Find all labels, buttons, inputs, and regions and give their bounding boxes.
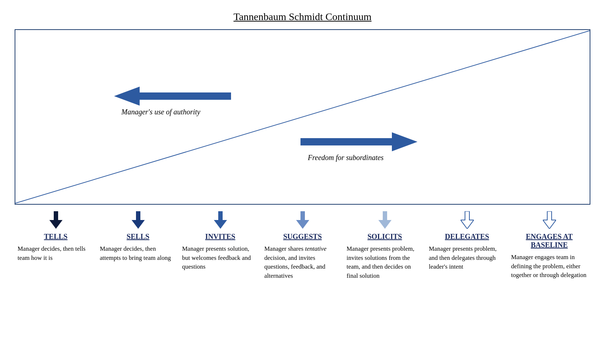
tells-desc: Manager decides, then tells team how it … [18, 244, 94, 262]
col-delegates: DELEGATES Manager presents problem, and … [426, 208, 508, 281]
page-title: Tannenbaum Schmidt Continuum [234, 11, 372, 23]
solicits-desc: Manager presents problem, invites soluti… [347, 244, 423, 281]
columns-section: TELLS Manager decides, then tells team h… [15, 208, 590, 281]
tells-arrow [49, 211, 63, 230]
solicits-arrow [378, 211, 392, 230]
col-solicits: SOLICITS Manager presents problem, invit… [344, 208, 426, 281]
svg-marker-5 [214, 211, 227, 229]
col-sells: SELLS Manager decides, then attempts to … [97, 208, 179, 281]
freedom-arrow-label: Freedom for subordinates [308, 153, 383, 162]
sells-title: SELLS [126, 232, 149, 241]
svg-line-0 [15, 31, 590, 203]
authority-arrow-container: Manager's use of authority [114, 87, 231, 116]
engages-arrow [543, 211, 556, 230]
suggests-desc: Manager shares tentative decision, and i… [264, 244, 341, 281]
engages-desc: Manager engages team in defining the pro… [511, 253, 587, 280]
suggests-title: SUGGESTS [283, 232, 322, 241]
col-tells: TELLS Manager decides, then tells team h… [15, 208, 97, 281]
svg-marker-9 [543, 211, 556, 229]
svg-marker-4 [132, 211, 145, 229]
col-suggests: SUGGESTS Manager shares tentative decisi… [261, 208, 344, 281]
svg-marker-6 [296, 211, 309, 229]
delegates-desc: Manager presents problem, and then deleg… [429, 244, 505, 272]
tells-title: TELLS [44, 232, 67, 241]
invites-arrow [214, 211, 227, 230]
solicits-title: SOLICITS [367, 232, 402, 241]
engages-title: ENGAGES AT BASELINE [511, 232, 587, 249]
col-engages: ENGAGES AT BASELINE Manager engages team… [508, 208, 590, 281]
authority-arrow [114, 87, 231, 106]
svg-marker-1 [114, 87, 231, 106]
diagram-box: Manager's use of authority Freedom for s… [15, 29, 590, 205]
invites-title: INVITES [205, 232, 235, 241]
sells-desc: Manager decides, then attempts to bring … [100, 244, 176, 262]
invites-desc: Manager presents solution, but welcomes … [182, 244, 258, 272]
svg-marker-3 [49, 211, 63, 229]
freedom-arrow [300, 132, 417, 151]
svg-marker-7 [378, 211, 392, 229]
col-invites: INVITES Manager presents solution, but w… [179, 208, 261, 281]
svg-marker-8 [461, 211, 474, 229]
sells-arrow [132, 211, 145, 230]
delegates-title: DELEGATES [445, 232, 489, 241]
diagonal-line [15, 30, 590, 204]
svg-marker-2 [300, 132, 417, 151]
authority-arrow-label: Manager's use of authority [121, 108, 200, 116]
freedom-arrow-container: Freedom for subordinates [300, 132, 417, 162]
delegates-arrow [461, 211, 474, 230]
suggests-arrow [296, 211, 309, 230]
